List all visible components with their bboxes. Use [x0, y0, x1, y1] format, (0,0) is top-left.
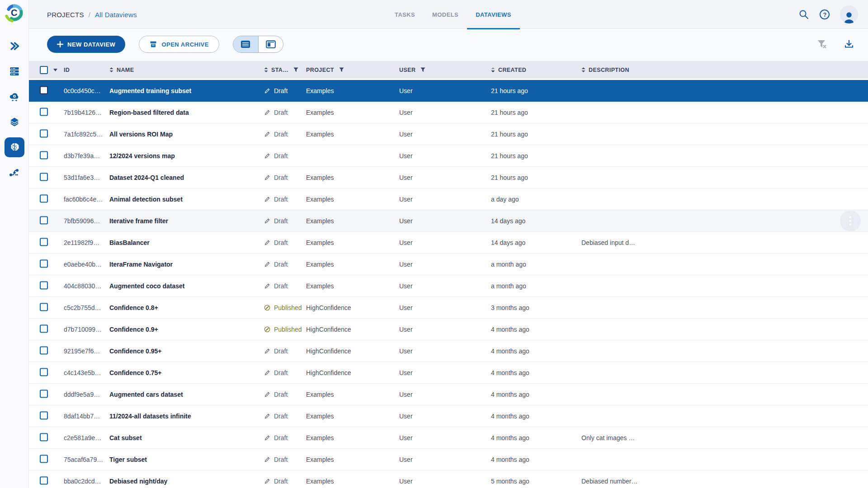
table-row[interactable]: 0c0cd450c… Augmented training subset Dra… — [29, 80, 868, 102]
column-header-created[interactable]: CREATED — [491, 61, 526, 79]
help-icon[interactable]: ? — [819, 9, 830, 20]
dataview-name[interactable]: Animal detection subset — [109, 196, 183, 203]
dataview-name[interactable]: Region-based filtered data — [109, 109, 189, 116]
status-label: Published — [274, 326, 302, 333]
table-row[interactable]: fac60b6c4e… Animal detection subset Draf… — [29, 188, 868, 210]
dataview-name[interactable]: All versions ROI Map — [109, 131, 173, 138]
row-checkbox[interactable] — [40, 368, 48, 376]
row-checkbox[interactable] — [40, 411, 48, 419]
open-archive-button[interactable]: OPEN ARCHIVE — [139, 36, 219, 53]
sidebar-item-datasets[interactable] — [0, 109, 29, 135]
table-row[interactable]: 2e11982f9… BiasBalancer Draft Examples U… — [29, 232, 868, 253]
dataview-name[interactable]: Augmented coco dataset — [109, 282, 184, 290]
row-checkbox[interactable] — [40, 303, 48, 311]
dataview-name[interactable]: Confidence 0.8+ — [109, 304, 158, 311]
table-row[interactable]: bba0c2dcd… Debiased night/day Draft Exam… — [29, 470, 868, 488]
row-checkbox[interactable] — [40, 346, 48, 354]
column-header-status[interactable]: STA… — [264, 61, 298, 79]
table-row[interactable]: 8daf14bb7… 11/2024-all datasets infinite… — [29, 405, 868, 427]
row-checkbox[interactable] — [40, 476, 48, 484]
row-checkbox[interactable] — [40, 259, 48, 267]
table-row[interactable]: e0aebe40b… IteraFrame Navigator Draft Ex… — [29, 253, 868, 275]
table-row[interactable]: c4c143e5b… Confidence 0.75+ Draft HighCo… — [29, 362, 868, 384]
table-view-button[interactable] — [233, 36, 258, 52]
breadcrumb-current[interactable]: All Dataviews — [95, 11, 137, 19]
dataview-name[interactable]: Debiased night/day — [109, 478, 167, 485]
row-checkbox[interactable] — [40, 238, 48, 246]
table-row[interactable]: 404c88030… Augmented coco dataset Draft … — [29, 275, 868, 297]
status-badge: Draft — [264, 391, 288, 398]
row-checkbox[interactable] — [40, 194, 48, 202]
user-name: User — [399, 326, 413, 333]
status-label: Draft — [274, 261, 288, 268]
created-time: 4 months ago — [491, 326, 529, 333]
status-label: Draft — [274, 152, 288, 160]
dataview-name[interactable]: IteraFrame Navigator — [109, 261, 173, 268]
row-checkbox[interactable] — [40, 129, 48, 137]
dataview-name[interactable]: 12/2024 versions map — [109, 152, 175, 160]
sidebar-item-expand[interactable] — [0, 33, 29, 59]
select-dropdown-caret-icon[interactable] — [53, 69, 57, 71]
column-header-name[interactable]: NAME — [109, 61, 134, 79]
row-checkbox[interactable] — [40, 389, 48, 398]
row-checkbox[interactable] — [40, 216, 48, 224]
published-icon — [264, 326, 270, 333]
row-checkbox[interactable] — [40, 86, 48, 94]
column-header-id[interactable]: ID — [64, 61, 70, 79]
table-row[interactable]: dddf9e5a9… Augmented cars dataset Draft … — [29, 384, 868, 405]
tab-models[interactable]: MODELS — [424, 0, 467, 29]
dataview-name[interactable]: Cat subset — [109, 434, 142, 441]
dataview-name[interactable]: Tiger subset — [109, 456, 147, 463]
table-row[interactable]: c5c2b755d… Confidence 0.8+ Published Hig… — [29, 297, 868, 319]
user-avatar[interactable] — [840, 5, 858, 23]
draft-pencil-icon — [264, 348, 270, 354]
row-checkbox[interactable] — [40, 281, 48, 289]
column-header-user[interactable]: USER — [399, 61, 425, 79]
row-menu-button[interactable] — [840, 211, 861, 231]
row-checkbox[interactable] — [40, 324, 48, 333]
sidebar-item-cloud-apps[interactable] — [0, 84, 29, 109]
download-icon[interactable] — [844, 39, 854, 50]
dataview-name[interactable]: Confidence 0.75+ — [109, 369, 162, 376]
sidebar-item-workers-queues[interactable] — [0, 59, 29, 84]
dataview-name[interactable]: Dataset 2024-Q1 cleaned — [109, 174, 184, 181]
dataview-name[interactable]: Confidence 0.95+ — [109, 347, 162, 355]
clear-filters-icon[interactable] — [816, 39, 827, 50]
row-checkbox[interactable] — [40, 173, 48, 181]
select-all-checkbox[interactable] — [40, 66, 48, 74]
table-row[interactable]: 53d1fa6e3… Dataset 2024-Q1 cleaned Draft… — [29, 167, 868, 188]
clearml-logo[interactable]: C — [5, 3, 24, 23]
dataview-name[interactable]: Augmented training subset — [109, 87, 191, 94]
new-dataview-button[interactable]: NEW DATAVIEW — [47, 36, 125, 53]
dataview-name[interactable]: 11/2024-all datasets infinite — [109, 413, 191, 420]
column-header-project[interactable]: PROJECT — [306, 61, 344, 79]
table-row[interactable]: d3b7fe39a… 12/2024 versions map Draft Us… — [29, 145, 868, 167]
table-row[interactable]: 7b19b4126… Region-based filtered data Dr… — [29, 102, 868, 123]
breadcrumb-projects[interactable]: PROJECTS — [47, 11, 84, 19]
table-row[interactable]: d7b710099… Confidence 0.9+ Published Hig… — [29, 319, 868, 340]
dataview-name[interactable]: Augmented cars dataset — [109, 391, 183, 398]
tab-dataviews[interactable]: DATAVIEWS — [467, 0, 520, 29]
table-row[interactable]: 92195e7f6… Confidence 0.95+ Draft HighCo… — [29, 340, 868, 362]
row-checkbox[interactable] — [40, 151, 48, 159]
table-row[interactable]: c2e581a9e… Cat subset Draft Examples Use… — [29, 427, 868, 449]
sidebar-item-projects[interactable] — [0, 135, 29, 160]
column-header-description[interactable]: DESCRIPTION — [581, 61, 629, 79]
dataview-name[interactable]: Iterative frame filter — [109, 217, 168, 225]
dataview-name[interactable]: BiasBalancer — [109, 239, 150, 246]
table-row[interactable]: 75acaf6a79… Tiger subset Draft Examples … — [29, 449, 868, 470]
table-row[interactable]: 7bfb59096… Iterative frame filter Draft … — [29, 210, 868, 232]
status-badge: Draft — [264, 239, 288, 246]
sidebar-item-pipelines[interactable] — [0, 160, 29, 185]
row-checkbox[interactable] — [40, 433, 48, 441]
table-row[interactable]: 7a1fc892c5… All versions ROI Map Draft E… — [29, 123, 868, 145]
dataview-id: 0c0cd450c… — [64, 87, 101, 94]
description-text: Debiased number… — [581, 478, 638, 485]
split-view-button[interactable] — [258, 36, 283, 52]
row-checkbox[interactable] — [40, 108, 48, 116]
tab-tasks[interactable]: TASKS — [386, 0, 424, 29]
search-icon[interactable] — [798, 9, 809, 20]
dataview-name[interactable]: Confidence 0.9+ — [109, 326, 158, 333]
status-badge: Draft — [264, 347, 288, 355]
row-checkbox[interactable] — [40, 455, 48, 463]
